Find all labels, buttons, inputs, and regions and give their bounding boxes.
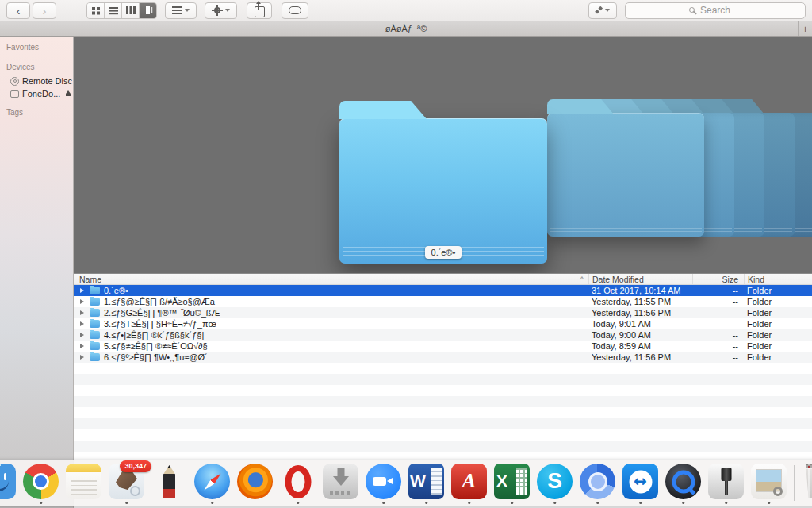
row-name: 6.≤ƒ§º≥Ê§∏ ¶W•‚¸¶u≈@Ø´ <box>104 352 208 362</box>
opera-icon <box>280 464 316 499</box>
dock-items: 30,347 <box>0 464 787 504</box>
arrange-button[interactable] <box>165 2 197 19</box>
row-size: -- <box>692 352 744 362</box>
empty-row <box>74 385 812 396</box>
dock-word-icon[interactable] <box>408 464 444 504</box>
running-indicator-dot <box>639 502 642 505</box>
dock-mail-icon[interactable]: 30,347 <box>109 464 144 504</box>
table-row[interactable]: 3.≤ƒ§T≥Ê§∏ §H≈È¬≠√ƒ_πœ Today, 9:01 AM --… <box>74 318 812 329</box>
folder-icon <box>90 287 100 294</box>
disclosure-triangle-icon[interactable] <box>80 299 84 304</box>
row-kind: Folder <box>744 341 812 351</box>
disclosure-triangle-icon[interactable] <box>80 333 84 337</box>
eject-icon[interactable] <box>65 90 70 97</box>
dropbox-button[interactable] <box>588 2 617 19</box>
dock-teamviewer-icon[interactable] <box>622 464 658 504</box>
back-button[interactable]: ‹ <box>6 2 30 19</box>
dock-acrobat-icon[interactable] <box>451 464 487 504</box>
folder-icon <box>90 342 100 350</box>
disclosure-triangle-icon[interactable] <box>80 355 84 360</box>
dock-skype-icon[interactable] <box>537 464 573 504</box>
running-indicator-dot <box>468 502 471 505</box>
folder-icon <box>90 298 100 306</box>
dock-preview-icon[interactable] <box>751 464 787 504</box>
dock-chromium-icon[interactable] <box>580 464 615 504</box>
dock-opera-icon[interactable] <box>280 464 316 504</box>
sidebar-item-fonedog[interactable]: FoneDo... <box>0 87 73 100</box>
row-date-modified: Yesterday, 11:56 PM <box>588 308 692 318</box>
icon-view-button[interactable] <box>87 3 105 18</box>
table-row[interactable]: 5.≤ƒ§≠≥Ê§∏ ®≠≈È´OΩ√∂§ Today, 8:59 AM -- … <box>74 341 812 352</box>
zoom-icon <box>366 464 401 499</box>
disclosure-triangle-icon[interactable] <box>80 310 84 315</box>
sidebar-section-tags: Tags <box>0 108 73 120</box>
dock-finder-icon[interactable] <box>0 464 16 504</box>
coverflow-selected-folder[interactable] <box>339 118 547 264</box>
drive-icon <box>10 90 19 98</box>
dock-installer-icon[interactable] <box>323 464 358 504</box>
acrobat-icon <box>451 464 487 499</box>
search-icon <box>689 7 695 13</box>
list-view-button[interactable] <box>105 3 122 18</box>
running-indicator-dot <box>553 502 557 505</box>
column-view-button[interactable] <box>122 3 140 18</box>
forward-button[interactable]: › <box>33 2 56 19</box>
table-row[interactable]: 2.≤ƒ§G≥Ê§∏ ¶®™¨˝Øu©_ßÆ Yesterday, 11:56 … <box>74 307 812 318</box>
dock-excel-icon[interactable] <box>494 464 530 504</box>
running-indicator-dot <box>768 502 771 505</box>
dock-safari-icon[interactable] <box>194 464 230 504</box>
new-tab-button[interactable]: + <box>798 21 812 36</box>
dock-notes-icon[interactable] <box>66 464 102 504</box>
notification-badge: 30,347 <box>120 460 151 472</box>
disclosure-triangle-icon[interactable] <box>80 321 84 326</box>
coverflow-folder[interactable] <box>547 113 704 237</box>
arrange-icon <box>172 6 182 14</box>
sidebar-item-remote-disc[interactable]: Remote Disc <box>0 75 73 87</box>
search-input[interactable] <box>625 2 806 19</box>
tab-bar[interactable]: øÀøÀƒ_ª© + <box>0 21 812 37</box>
row-size: -- <box>692 297 744 306</box>
empty-row <box>74 429 812 441</box>
word-icon <box>408 464 444 499</box>
table-row[interactable]: 6.≤ƒ§º≥Ê§∏ ¶W•‚¸¶u≈@Ø´ Yesterday, 11:56 … <box>74 352 812 363</box>
column-header-kind[interactable]: Kind <box>744 274 812 284</box>
row-kind: Folder <box>744 308 812 318</box>
dock-firefox-icon[interactable] <box>237 464 273 504</box>
table-row[interactable]: 1.≤ƒ§@≥Ê§∏ ß/≠Ã≥o§@Æa Yesterday, 11:55 P… <box>74 296 812 307</box>
quicktime-icon <box>665 464 701 499</box>
row-name: 4.≤ƒ•|≥Ê§∏ ®k´ƒ§ß§k´ƒ§| <box>104 330 204 340</box>
engraver-icon <box>708 464 744 499</box>
dock-pencil-icon[interactable] <box>151 464 187 504</box>
row-size: -- <box>692 308 744 318</box>
column-header-date-modified[interactable]: Date Modified <box>588 274 692 284</box>
chrome-icon <box>23 464 59 499</box>
disclosure-triangle-icon[interactable] <box>80 288 84 293</box>
row-date-modified: Today, 9:00 AM <box>588 330 692 340</box>
folder-icon <box>90 309 100 317</box>
action-button[interactable] <box>205 2 237 19</box>
coverflow-view-button[interactable] <box>140 3 156 18</box>
dock-engraver-icon[interactable] <box>708 464 744 504</box>
finder-window: ‹ › øÀøÀƒ <box>0 0 812 508</box>
disclosure-triangle-icon[interactable] <box>80 344 84 348</box>
column-header-name[interactable]: Name ^ <box>74 274 588 284</box>
dock-zoom-icon[interactable] <box>366 464 401 504</box>
table-row[interactable]: 0.´e®• 31 Oct 2017, 10:14 AM -- Folder <box>74 285 812 296</box>
column-header-size[interactable]: Size <box>692 274 744 284</box>
running-indicator-dot <box>725 502 728 505</box>
toolbar: ‹ › <box>0 0 812 21</box>
dock-chrome-icon[interactable] <box>23 464 59 504</box>
running-indicator-dot <box>682 502 685 505</box>
tag-button[interactable] <box>282 2 308 19</box>
row-kind: Folder <box>744 286 812 295</box>
running-indicator-dot <box>382 502 385 505</box>
row-date-modified: Yesterday, 11:56 PM <box>588 352 692 362</box>
dock-trash-icon[interactable] <box>802 464 812 504</box>
coverflow-area: 0.´e®• <box>74 37 812 273</box>
table-row[interactable]: 4.≤ƒ•|≥Ê§∏ ®k´ƒ§ß§k´ƒ§| Today, 9:00 AM -… <box>74 329 812 341</box>
share-button[interactable] <box>247 2 272 19</box>
search-field <box>625 2 806 19</box>
row-kind: Folder <box>744 297 812 306</box>
dock-quicktime-icon[interactable] <box>665 464 701 504</box>
sort-ascending-icon: ^ <box>580 275 584 283</box>
